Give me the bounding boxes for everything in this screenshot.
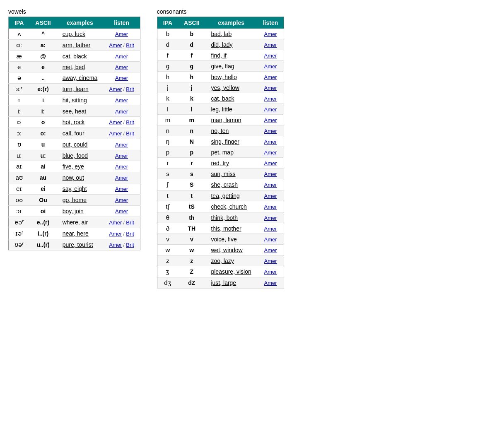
listen-link[interactable]: Amer (115, 186, 128, 192)
listen-link[interactable]: Amer (109, 231, 122, 237)
listen-link[interactable]: Amer (264, 247, 277, 253)
listen-cell: Amer (257, 179, 284, 190)
examples-cell: tea, getting (205, 190, 257, 201)
table-row: ɜ:ʳe:(r)turn, learnAmer / Brit (9, 84, 140, 95)
ipa-cell: eɪ (9, 183, 30, 195)
listen-link[interactable]: Amer (109, 242, 122, 248)
listen-link[interactable]: Amer (264, 236, 277, 243)
listen-link[interactable]: Amer (264, 42, 277, 48)
table-row: llleg, littleAmer (157, 104, 284, 115)
listen-cell: Amer (257, 169, 284, 179)
listen-link[interactable]: Amer (264, 53, 277, 59)
ipa-cell: ɑ: (9, 40, 30, 51)
listen-link[interactable]: Amer (264, 117, 277, 123)
examples-cell: think, both (205, 212, 257, 223)
listen-cell: Amer (257, 277, 284, 289)
listen-link[interactable]: Brit (126, 42, 134, 48)
listen-cell: Amer (103, 95, 140, 106)
listen-link[interactable]: Amer (115, 53, 128, 60)
table-row: fffind, ifAmer (157, 50, 284, 61)
vowels-col-examples: examples (57, 17, 104, 29)
table-row: ʊəʳu..(r)pure, touristAmer / Brit (9, 239, 140, 250)
listen-link[interactable]: Amer (109, 130, 122, 137)
listen-link[interactable]: Amer (264, 31, 277, 37)
listen-link[interactable]: Amer (264, 171, 277, 177)
table-row: eemet, bedAmer (9, 62, 140, 72)
listen-link[interactable]: Brit (126, 86, 134, 92)
listen-link[interactable]: Amer (115, 197, 128, 203)
listen-link[interactable]: Amer (115, 142, 128, 148)
listen-link[interactable]: Amer (264, 149, 277, 156)
listen-cell: Amer (257, 201, 284, 212)
ascii-cell: TH (178, 223, 205, 234)
ascii-cell: w (178, 245, 205, 255)
ascii-cell: u (29, 139, 56, 150)
table-row: ʒZpleasure, visionAmer (157, 266, 284, 277)
listen-link[interactable]: Amer (109, 42, 122, 48)
ascii-cell: o: (29, 128, 56, 139)
listen-link[interactable]: Amer (264, 258, 277, 264)
ascii-cell: l (178, 104, 205, 115)
listen-link[interactable]: Amer (264, 269, 277, 275)
listen-cell: Amer (257, 190, 284, 201)
listen-link[interactable]: Amer (264, 160, 277, 166)
examples-cell: no, ten (205, 125, 257, 136)
ipa-cell: z (157, 255, 178, 266)
listen-link[interactable]: Amer (264, 63, 277, 70)
listen-cell: Amer (257, 255, 284, 266)
listen-cell: Amer / Brit (103, 40, 140, 51)
ipa-cell: v (157, 234, 178, 245)
listen-link[interactable]: Amer (115, 108, 128, 115)
listen-link[interactable]: Amer (115, 75, 128, 81)
examples-cell: see, heat (57, 106, 104, 117)
ascii-cell: f (178, 50, 205, 61)
listen-link[interactable]: Amer (264, 204, 277, 210)
listen-link[interactable]: Amer (115, 175, 128, 181)
vowels-table: IPA ASCII examples listen ʌ^cup, luckAme… (8, 17, 140, 250)
listen-link[interactable]: Brit (126, 242, 134, 248)
vowels-section: vowels IPA ASCII examples listen ʌ^cup, … (8, 8, 140, 250)
listen-link[interactable]: Amer (264, 139, 277, 145)
ipa-cell: t (157, 190, 178, 201)
listen-cell: Amer (103, 106, 140, 117)
listen-link[interactable]: Amer (115, 208, 128, 214)
listen-link[interactable]: Amer (264, 226, 277, 232)
listen-link[interactable]: Amer (264, 74, 277, 80)
listen-link[interactable]: Amer (264, 85, 277, 91)
ascii-cell: u: (29, 150, 56, 161)
listen-link[interactable]: Brit (126, 219, 134, 226)
ipa-cell: ʒ (157, 266, 178, 277)
listen-link[interactable]: Brit (126, 130, 134, 137)
ascii-cell: n (178, 125, 205, 136)
listen-link[interactable]: Amer (115, 64, 128, 70)
listen-cell: Amer (257, 147, 284, 158)
listen-link[interactable]: Amer (109, 119, 122, 125)
listen-cell: Amer (257, 245, 284, 255)
listen-cell: Amer (103, 195, 140, 206)
table-row: eɪeisay, eightAmer (9, 183, 140, 195)
listen-link[interactable]: Amer (264, 280, 277, 286)
listen-link[interactable]: Amer (109, 219, 122, 226)
listen-link[interactable]: Brit (126, 231, 134, 237)
listen-cell: Amer (257, 223, 284, 234)
listen-link[interactable]: Amer (264, 128, 277, 134)
listen-link[interactable]: Amer (264, 182, 277, 188)
ascii-cell: r (178, 158, 205, 169)
listen-cell: Amer (257, 104, 284, 115)
listen-link[interactable]: Amer (115, 164, 128, 170)
listen-link[interactable]: Amer (115, 97, 128, 104)
listen-link[interactable]: Amer (264, 215, 277, 221)
ipa-cell: θ (157, 212, 178, 223)
listen-link[interactable]: Brit (126, 119, 134, 125)
listen-link[interactable]: Amer (264, 106, 277, 113)
page-container: vowels IPA ASCII examples listen ʌ^cup, … (8, 8, 489, 289)
listen-link[interactable]: Amer (264, 96, 277, 102)
table-row: dʒdZjust, largeAmer (157, 277, 284, 289)
table-row: zzzoo, lazyAmer (157, 255, 284, 266)
listen-link[interactable]: Amer (264, 193, 277, 199)
ipa-cell: s (157, 169, 178, 179)
table-row: gggive, flagAmer (157, 61, 284, 72)
listen-link[interactable]: Amer (109, 86, 122, 92)
listen-link[interactable]: Amer (115, 31, 128, 37)
listen-link[interactable]: Amer (115, 153, 128, 159)
